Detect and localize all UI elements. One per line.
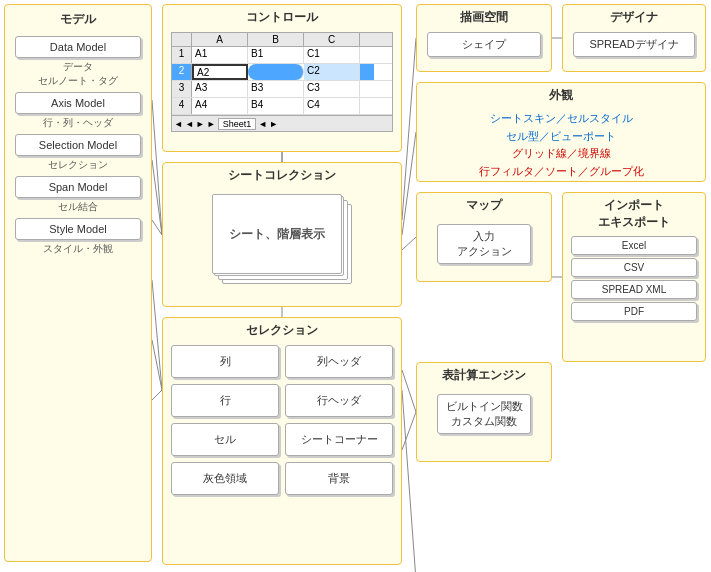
svg-line-10 <box>402 132 416 235</box>
main-container: モデル Data Model データセルノート・タグ Axis Model 行・… <box>0 0 711 572</box>
model-label-selection: セレクション <box>5 158 151 172</box>
ss-row-2: 2 A2 C2 <box>172 64 392 81</box>
ss-row-1: 1 A1 B1 C1 <box>172 47 392 64</box>
model-section: モデル Data Model データセルノート・タグ Axis Model 行・… <box>4 4 152 562</box>
model-box-selection[interactable]: Selection Model <box>15 134 141 156</box>
sel-box-row-header[interactable]: 行ヘッダ <box>285 384 393 417</box>
ss-scroll <box>360 33 374 46</box>
svg-line-4 <box>152 340 162 390</box>
designer-section: デザイナ SPREADデザイナ <box>562 4 706 72</box>
model-label-style: スタイル・外観 <box>5 242 151 256</box>
ss-col-a: A <box>192 33 248 46</box>
selection-title: セレクション <box>163 318 401 341</box>
ss-row-4: 4 A4 B4 C4 <box>172 98 392 115</box>
drawing-title: 描画空間 <box>417 5 551 28</box>
drawing-section: 描画空間 シェイプ <box>416 4 552 72</box>
import-spread-xml[interactable]: SPREAD XML <box>571 280 697 299</box>
appearance-section: 外観 シートスキン／セルスタイル セル型／ビューポート グリッド線／境界線 行フ… <box>416 82 706 182</box>
designer-title: デザイナ <box>563 5 705 28</box>
ss-col-b: B <box>248 33 304 46</box>
spreadsheet-preview: A B C 1 A1 B1 C1 2 A2 C2 <box>171 32 393 132</box>
import-title: インポートエキスポート <box>563 193 705 233</box>
control-title: コントロール <box>163 5 401 28</box>
map-title: マップ <box>417 193 551 216</box>
svg-line-5 <box>152 390 162 400</box>
sheet-layer-front: シート、階層表示 <box>212 194 342 274</box>
model-label-axis: 行・列・ヘッダ <box>5 116 151 130</box>
sheet-collection-section: シートコレクション シート、階層表示 <box>162 162 402 307</box>
svg-line-0 <box>152 100 162 235</box>
model-title: モデル <box>5 5 151 32</box>
model-box-data[interactable]: Data Model <box>15 36 141 58</box>
sheet-collection-title: シートコレクション <box>163 163 401 186</box>
sel-box-cell[interactable]: セル <box>171 423 279 456</box>
sel-box-sheet-corner[interactable]: シートコーナー <box>285 423 393 456</box>
sel-grid: 列 列ヘッダ 行 行ヘッダ セル シートコーナー 灰色領域 背景 <box>163 341 401 499</box>
svg-line-14 <box>402 412 416 450</box>
svg-line-13 <box>402 390 416 572</box>
appearance-line-1: シートスキン／セルスタイル <box>423 110 699 128</box>
drawing-shape-box[interactable]: シェイプ <box>427 32 541 57</box>
model-label-data: データセルノート・タグ <box>5 60 151 88</box>
ss-row-3: 3 A3 B3 C3 <box>172 81 392 98</box>
ss-footer: ◄ ◄ ► ► Sheet1 ◄ ► <box>172 115 392 131</box>
appearance-links: シートスキン／セルスタイル セル型／ビューポート グリッド線／境界線 行フィルタ… <box>417 106 705 184</box>
selection-section: セレクション 列 列ヘッダ 行 行ヘッダ セル シートコーナー 灰色領域 <box>162 317 402 565</box>
calc-title: 表計算エンジン <box>417 363 551 386</box>
appearance-line-4: 行フィルタ／ソート／グループ化 <box>423 163 699 181</box>
import-excel[interactable]: Excel <box>571 236 697 255</box>
ss-corner <box>172 33 192 46</box>
svg-line-11 <box>402 237 416 250</box>
svg-line-9 <box>402 38 416 220</box>
map-section: マップ 入力 アクション <box>416 192 552 282</box>
svg-line-3 <box>152 280 162 390</box>
ss-tab[interactable]: Sheet1 <box>218 118 257 130</box>
model-label-span: セル結合 <box>5 200 151 214</box>
sel-box-col[interactable]: 列 <box>171 345 279 378</box>
appearance-title: 外観 <box>417 83 705 106</box>
import-csv[interactable]: CSV <box>571 258 697 277</box>
calc-inner-box[interactable]: ビルトイン関数カスタム関数 <box>437 394 531 434</box>
svg-line-12 <box>402 370 416 412</box>
control-section: コントロール A B C 1 A1 B1 C1 2 A2 C <box>162 4 402 152</box>
map-content: 入力 アクション <box>417 216 551 272</box>
designer-label-box[interactable]: SPREADデザイナ <box>573 32 695 57</box>
calc-content: ビルトイン関数カスタム関数 <box>417 386 551 442</box>
ss-col-c: C <box>304 33 360 46</box>
import-section: インポートエキスポート Excel CSV SPREAD XML PDF <box>562 192 706 362</box>
sel-box-background[interactable]: 背景 <box>285 462 393 495</box>
import-pdf[interactable]: PDF <box>571 302 697 321</box>
sel-box-col-header[interactable]: 列ヘッダ <box>285 345 393 378</box>
map-inner-box[interactable]: 入力 アクション <box>437 224 531 264</box>
svg-line-2 <box>152 220 162 235</box>
appearance-line-2: セル型／ビューポート <box>423 128 699 146</box>
svg-line-1 <box>152 160 162 235</box>
calc-section: 表計算エンジン ビルトイン関数カスタム関数 <box>416 362 552 462</box>
sel-box-row[interactable]: 行 <box>171 384 279 417</box>
model-box-axis[interactable]: Axis Model <box>15 92 141 114</box>
model-box-style[interactable]: Style Model <box>15 218 141 240</box>
stacked-sheets: シート、階層表示 <box>212 194 352 284</box>
appearance-line-3: グリッド線／境界線 <box>423 145 699 163</box>
sel-box-gray-area[interactable]: 灰色領域 <box>171 462 279 495</box>
model-box-span[interactable]: Span Model <box>15 176 141 198</box>
